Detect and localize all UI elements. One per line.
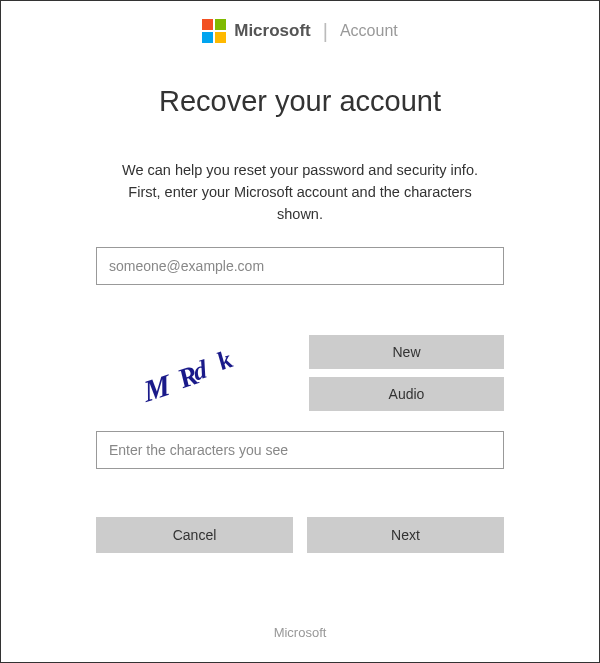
next-button[interactable]: Next <box>307 517 504 553</box>
instructions-text: We can help you reset your password and … <box>96 160 504 225</box>
svg-text:k: k <box>212 346 237 376</box>
action-row: Cancel Next <box>96 517 504 553</box>
header: Microsoft | Account <box>1 1 599 55</box>
page-title: Recover your account <box>96 85 504 118</box>
microsoft-logo-icon <box>202 19 226 43</box>
main-content: Recover your account We can help you res… <box>1 85 599 553</box>
captcha-controls: New Audio <box>309 335 504 411</box>
cancel-button[interactable]: Cancel <box>96 517 293 553</box>
brand-section: Account <box>340 22 398 40</box>
captcha-new-button[interactable]: New <box>309 335 504 369</box>
captcha-image: M R d k <box>96 333 291 413</box>
captcha-row: M R d k New Audio <box>96 333 504 413</box>
footer-text: Microsoft <box>1 625 599 640</box>
svg-text:M: M <box>140 367 173 408</box>
captcha-input[interactable] <box>96 431 504 469</box>
captcha-audio-button[interactable]: Audio <box>309 377 504 411</box>
email-field[interactable] <box>96 247 504 285</box>
brand-divider: | <box>323 20 328 43</box>
brand-name: Microsoft <box>234 21 311 41</box>
